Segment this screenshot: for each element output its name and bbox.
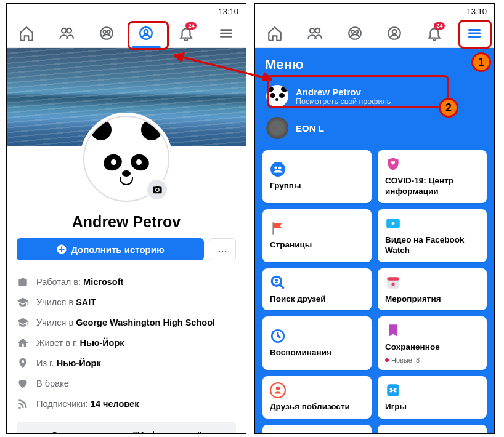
svg-point-17 <box>392 30 397 34</box>
info-city[interactable]: Живет в г. Нью-Йорк <box>17 337 236 349</box>
profile-avatar[interactable] <box>80 113 173 205</box>
svg-point-6 <box>144 30 148 34</box>
tab-friends[interactable] <box>49 18 83 48</box>
clock-icon <box>270 328 286 344</box>
card-events[interactable]: Мероприятия <box>378 268 487 311</box>
tab-groups[interactable] <box>89 18 123 48</box>
add-story-button[interactable]: Дополнить историю <box>17 238 204 260</box>
card-jobs[interactable]: Вакансии <box>262 425 372 433</box>
menu-grid: Группы COVID-19: Центр информации Страни… <box>262 150 487 433</box>
svg-point-2 <box>100 27 113 39</box>
tab-menu[interactable] <box>457 18 491 48</box>
nearby-icon <box>270 382 286 398</box>
status-bar: 13:10 <box>7 4 246 18</box>
more-button[interactable]: … <box>209 238 236 260</box>
info-from[interactable]: Из г. Нью-Йорк <box>17 357 236 369</box>
menu-title: Меню <box>262 57 487 73</box>
notif-badge: 24 <box>185 22 197 30</box>
card-pages[interactable]: Страницы <box>262 209 372 262</box>
card-saved[interactable]: СохраненноеНовые: 8 <box>378 316 487 370</box>
svg-point-12 <box>315 28 320 33</box>
menu-user-name: Andrew Petrov <box>296 87 391 97</box>
tab-home[interactable] <box>258 18 292 48</box>
star-icon <box>385 431 401 433</box>
info-school2[interactable]: Учился в George Washington High School <box>17 316 236 329</box>
card-games[interactable]: Игры <box>378 376 487 419</box>
bookmark-icon <box>385 323 401 339</box>
games-icon <box>385 382 401 398</box>
menu-other-profile[interactable]: EON L <box>262 112 487 144</box>
card-covid[interactable]: COVID-19: Центр информации <box>378 150 487 203</box>
svg-point-3 <box>103 30 105 33</box>
search-person-icon <box>270 275 286 291</box>
notif-badge: 24 <box>434 22 445 30</box>
tab-profile[interactable] <box>378 18 412 48</box>
graduation-icon <box>17 316 29 329</box>
tab-notifications[interactable]: 24 <box>417 18 451 48</box>
svg-point-4 <box>107 30 110 33</box>
card-find-friends[interactable]: Поиск друзей <box>262 268 372 311</box>
tab-home[interactable] <box>10 18 44 48</box>
svg-point-26 <box>275 279 278 281</box>
menu-other-name: EON L <box>296 123 324 134</box>
menu-body: Меню Andrew Petrov Посмотреть свой профи… <box>255 48 494 433</box>
avatar-icon <box>266 117 288 139</box>
saved-meta: Новые: 8 <box>385 356 479 364</box>
card-recommendations[interactable]: Рекомендации <box>378 425 487 433</box>
briefcase-icon <box>270 431 286 433</box>
svg-point-0 <box>62 28 67 33</box>
heart-icon <box>17 377 29 390</box>
tab-bar: 24 <box>255 18 494 48</box>
svg-rect-28 <box>387 277 399 280</box>
card-memories[interactable]: Воспоминания <box>262 316 372 370</box>
info-section-button[interactable]: Смотреть раздел "Информация" <box>17 422 236 434</box>
status-bar: 13:10 <box>255 4 494 18</box>
svg-point-1 <box>67 28 72 33</box>
home-icon <box>17 337 29 349</box>
svg-point-22 <box>274 167 277 170</box>
info-followers[interactable]: Подписчики: 14 человек <box>17 398 236 410</box>
tab-profile[interactable] <box>129 18 163 48</box>
card-nearby[interactable]: Друзья поблизости <box>262 376 372 419</box>
svg-point-15 <box>356 30 358 33</box>
profile-name: Andrew Petrov <box>7 213 246 231</box>
menu-user-sub: Посмотреть свой профиль <box>296 97 391 106</box>
svg-rect-36 <box>387 433 399 433</box>
profile-info: Работал в: Microsoft Учился в SAIT Училс… <box>7 268 246 434</box>
tab-menu[interactable] <box>209 18 243 48</box>
add-story-label: Дополнить историю <box>71 244 165 255</box>
shield-heart-icon <box>385 156 401 172</box>
graduation-icon <box>17 296 29 308</box>
menu-screen: 13:10 24 Меню Andrew Petrov Посмотреть с… <box>254 3 495 434</box>
plus-circle-icon <box>56 244 67 255</box>
svg-point-31 <box>276 387 280 391</box>
tab-friends[interactable] <box>298 18 331 48</box>
profile-screen: 13:10 24 Andrew Petrov Дополнить историю… <box>6 3 246 434</box>
svg-point-14 <box>351 30 354 33</box>
svg-point-13 <box>349 27 361 39</box>
avatar-camera-icon[interactable] <box>146 178 168 201</box>
tab-groups[interactable] <box>338 18 372 48</box>
info-school1[interactable]: Учился в SAIT <box>17 296 236 308</box>
rss-icon <box>17 398 29 410</box>
svg-point-21 <box>270 162 285 177</box>
svg-point-23 <box>278 167 282 170</box>
clock: 13:10 <box>218 7 238 16</box>
menu-profile-link[interactable]: Andrew Petrov Посмотреть свой профиль <box>262 80 487 112</box>
clock: 13:10 <box>466 7 487 16</box>
calendar-icon <box>385 275 401 291</box>
play-icon <box>385 215 401 231</box>
groups-icon <box>270 161 286 177</box>
info-status[interactable]: В браке <box>17 377 236 390</box>
tab-bar: 24 <box>7 18 246 48</box>
avatar-icon <box>266 85 288 107</box>
card-watch[interactable]: Видео на Facebook Watch <box>378 209 487 262</box>
briefcase-icon <box>17 276 29 288</box>
info-work[interactable]: Работал в: Microsoft <box>17 276 236 288</box>
card-groups[interactable]: Группы <box>262 150 372 203</box>
tab-notifications[interactable]: 24 <box>169 18 203 48</box>
svg-point-11 <box>310 28 315 33</box>
flag-icon <box>270 220 286 236</box>
location-icon <box>17 357 29 369</box>
